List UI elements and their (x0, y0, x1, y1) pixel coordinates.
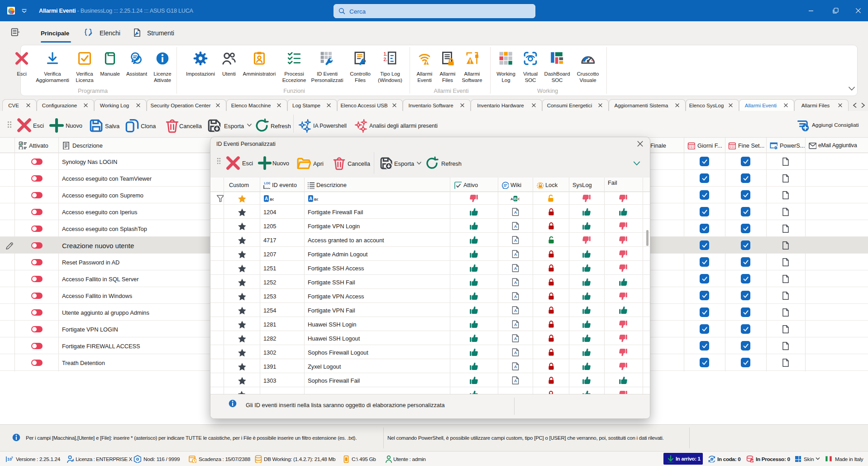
svg-text:A: A (514, 379, 517, 383)
svg-text:A: A (309, 196, 312, 201)
svg-text:BC: BC (270, 197, 274, 202)
svg-text:3: 3 (11, 456, 13, 459)
svg-text:A: A (514, 280, 517, 285)
svg-text:1.: 1. (384, 52, 388, 57)
svg-text:C: C (518, 197, 520, 201)
svg-text:A: A (514, 238, 517, 243)
svg-text:BC: BC (314, 197, 318, 202)
svg-text:A: A (514, 365, 517, 369)
svg-text:A: A (265, 196, 268, 201)
svg-text:A: A (514, 252, 517, 257)
svg-text:A: A (514, 224, 517, 229)
svg-text:A: A (514, 351, 517, 355)
svg-text:LOG: LOG (264, 182, 270, 185)
svg-text:A: A (514, 308, 517, 313)
svg-text:2.: 2. (384, 57, 388, 62)
svg-text:A: A (514, 210, 517, 215)
svg-text:A: A (514, 294, 517, 299)
svg-text:A: A (514, 266, 517, 271)
svg-text:A: A (510, 197, 513, 201)
svg-text:B: B (514, 197, 517, 201)
svg-text:A: A (514, 336, 517, 341)
svg-text:A: A (514, 322, 517, 327)
